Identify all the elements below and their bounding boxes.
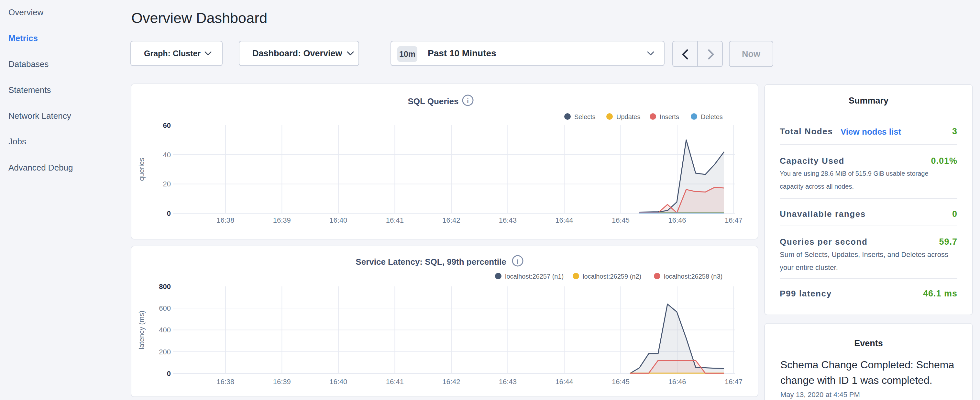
svg-text:16:46: 16:46 xyxy=(668,216,686,224)
svg-text:16:42: 16:42 xyxy=(442,378,460,386)
svg-text:latency (ms): latency (ms) xyxy=(137,311,146,349)
svg-text:16:45: 16:45 xyxy=(612,216,630,224)
svg-text:Service Latency: SQL, 99th per: Service Latency: SQL, 99th percentile xyxy=(356,257,506,267)
svg-text:600: 600 xyxy=(159,304,171,312)
svg-text:16:47: 16:47 xyxy=(725,378,743,386)
svg-text:16:43: 16:43 xyxy=(499,378,517,386)
svg-text:60: 60 xyxy=(163,121,171,129)
svg-text:20: 20 xyxy=(163,180,171,188)
svg-text:Updates: Updates xyxy=(616,113,641,120)
svg-text:16:45: 16:45 xyxy=(612,378,630,386)
svg-text:16:46: 16:46 xyxy=(668,378,686,386)
svg-text:16:43: 16:43 xyxy=(499,216,517,224)
svg-text:0: 0 xyxy=(167,370,171,378)
svg-text:Deletes: Deletes xyxy=(701,113,723,120)
svg-text:16:38: 16:38 xyxy=(216,216,234,224)
svg-text:0: 0 xyxy=(167,209,171,217)
svg-text:Selects: Selects xyxy=(574,113,596,120)
svg-text:SQL Queries: SQL Queries xyxy=(408,96,458,106)
svg-text:16:42: 16:42 xyxy=(442,216,460,224)
svg-text:16:41: 16:41 xyxy=(386,378,404,386)
svg-text:Inserts: Inserts xyxy=(660,113,679,120)
svg-text:queries: queries xyxy=(137,158,146,181)
svg-text:16:38: 16:38 xyxy=(216,378,234,386)
svg-text:localhost:26259 (n2): localhost:26259 (n2) xyxy=(583,273,641,280)
svg-text:16:44: 16:44 xyxy=(555,216,573,224)
svg-text:i: i xyxy=(467,97,469,105)
svg-text:200: 200 xyxy=(159,348,171,356)
svg-text:40: 40 xyxy=(163,151,171,159)
svg-text:800: 800 xyxy=(159,282,171,291)
svg-text:16:39: 16:39 xyxy=(273,378,291,386)
svg-text:16:47: 16:47 xyxy=(725,216,743,224)
svg-text:16:44: 16:44 xyxy=(555,378,573,386)
svg-text:i: i xyxy=(517,258,519,265)
svg-text:16:41: 16:41 xyxy=(386,216,404,224)
svg-text:16:40: 16:40 xyxy=(329,378,347,386)
svg-text:16:39: 16:39 xyxy=(273,216,291,224)
svg-text:400: 400 xyxy=(159,326,171,334)
svg-text:16:40: 16:40 xyxy=(329,216,347,224)
svg-text:localhost:26258 (n3): localhost:26258 (n3) xyxy=(664,273,722,280)
svg-text:localhost:26257 (n1): localhost:26257 (n1) xyxy=(505,273,563,280)
